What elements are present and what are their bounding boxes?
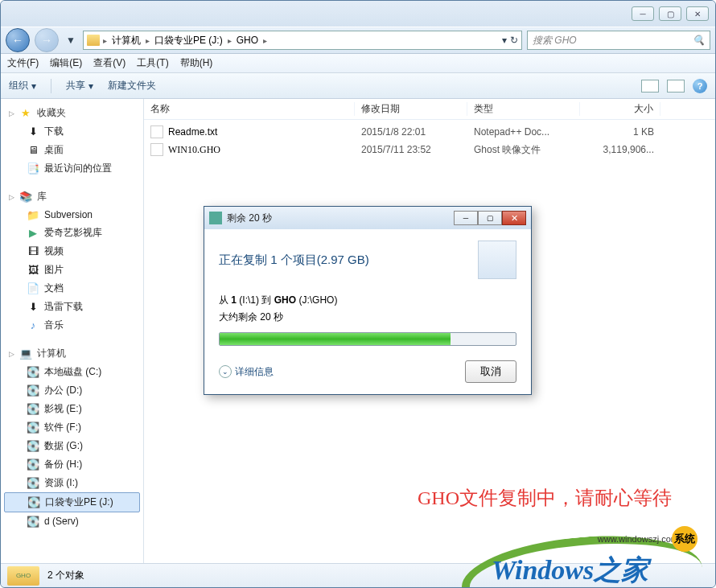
search-input[interactable]: 搜索 GHO 🔍 [527,31,710,50]
crumb-computer[interactable]: 计算机 [109,34,144,47]
crumb-folder[interactable]: GHO [233,35,261,46]
file-row[interactable]: Readme.txt 2015/1/8 22:01 Notepad++ Doc.… [144,123,715,141]
copy-icon [209,212,222,224]
forward-button[interactable]: → [35,28,59,52]
organize-button[interactable]: 组织 ▾ [9,79,36,93]
newfolder-button[interactable]: 新建文件夹 [108,79,156,93]
menu-file[interactable]: 文件(F) [7,56,39,70]
document-icon: 📄 [27,282,39,295]
star-icon: ★ [19,107,32,120]
sidebar-item-disk-e[interactable]: 💽影视 (E:) [1,400,143,418]
dialog-titlebar[interactable]: 剩余 20 秒 ─ ▢ ✕ [204,207,531,229]
sidebar-item-disk-h[interactable]: 💽备份 (H:) [1,455,143,474]
sidebar-item-recent[interactable]: 📑最近访问的位置 [1,159,143,178]
crumb-sep: ▸ [228,36,232,45]
preview-pane-button[interactable] [667,80,685,93]
column-type[interactable]: 类型 [467,102,580,116]
dialog-heading: 正在复制 1 个项目(2.97 GB) [219,241,516,279]
sidebar-item-network-d[interactable]: 💽d (Serv) [1,512,143,530]
music-icon: ♪ [27,319,39,332]
address-bar[interactable]: ▸ 计算机 ▸ 口袋专业PE (J:) ▸ GHO ▸ ▾ ↻ [83,31,522,50]
sidebar-item-pictures[interactable]: 🖼图片 [1,261,143,279]
search-icon[interactable]: 🔍 [693,35,705,46]
disk-icon: 💽 [27,496,40,509]
disk-icon: 💽 [27,384,39,397]
crumb-drive[interactable]: 口袋专业PE (J:) [151,34,226,47]
copy-source-dest: 从 1 (I:\1) 到 GHO (J:\GHO) [219,294,516,307]
column-name[interactable]: 名称 [144,102,355,116]
chevron-down-icon: ▾ [88,80,93,92]
sidebar-item-iqiyi[interactable]: ▶爱奇艺影视库 [1,224,143,242]
refresh-icon[interactable]: ↻ [510,35,518,46]
titlebar: ─ ▢ ✕ [1,1,715,27]
desktop-icon: 🖥 [27,144,39,157]
download-icon: ⬇ [27,301,39,314]
crumb-sep: ▸ [263,36,267,45]
column-size[interactable]: 大小 [580,102,660,116]
time-remaining: 大约剩余 20 秒 [219,310,516,324]
details-toggle[interactable]: ⌄ 详细信息 [219,365,274,379]
maximize-button[interactable]: ▢ [659,6,681,21]
sidebar-item-music[interactable]: ♪音乐 [1,316,143,335]
sidebar-favorites-header[interactable]: ▷★收藏夹 [1,104,143,122]
sidebar-item-disk-i[interactable]: 💽资源 (I:) [1,474,143,492]
back-button[interactable]: ← [6,28,30,52]
folder-icon [87,35,100,46]
menu-tools[interactable]: 工具(T) [137,56,168,70]
sidebar-item-desktop[interactable]: 🖥桌面 [1,141,143,159]
sidebar-item-disk-d[interactable]: 💽办公 (D:) [1,381,143,400]
sidebar-item-disk-f[interactable]: 💽软件 (F:) [1,418,143,437]
sidebar-item-downloads[interactable]: ⬇下载 [1,122,143,141]
history-dropdown[interactable]: ▼ [64,32,78,48]
file-animation-icon [478,241,516,279]
disk-icon: 💽 [27,403,39,416]
disk-icon: 💽 [27,477,39,490]
address-dropdown-icon[interactable]: ▾ [502,35,507,46]
sidebar-item-subversion[interactable]: 📁Subversion [1,206,143,224]
network-disk-icon: 💽 [27,515,39,528]
close-button[interactable]: ✕ [686,6,709,21]
dialog-maximize-button[interactable]: ▢ [478,211,502,225]
dialog-title: 剩余 20 秒 [227,212,454,225]
sidebar-item-documents[interactable]: 📄文档 [1,279,143,298]
sidebar-item-disk-g[interactable]: 💽数据 (G:) [1,437,143,455]
video-icon: 🎞 [27,245,39,258]
sidebar-computer-header[interactable]: ▷💻计算机 [1,344,143,363]
help-icon[interactable]: ? [693,79,707,93]
menu-view[interactable]: 查看(V) [93,56,126,70]
sidebar-item-disk-c[interactable]: 💽本地磁盘 (C:) [1,363,143,381]
dialog-minimize-button[interactable]: ─ [454,211,478,225]
share-button[interactable]: 共享 ▾ [66,79,93,93]
progress-bar [219,332,516,346]
menu-edit[interactable]: 编辑(E) [50,56,82,70]
text-file-icon [150,125,163,138]
download-icon: ⬇ [27,125,39,138]
progress-fill [220,333,451,345]
breadcrumb: ▸ 计算机 ▸ 口袋专业PE (J:) ▸ GHO ▸ [103,34,267,47]
toolbar: 组织 ▾ 共享 ▾ 新建文件夹 ? [1,73,715,99]
dialog-close-button[interactable]: ✕ [502,211,526,225]
menubar: 文件(F) 编辑(E) 查看(V) 工具(T) 帮助(H) [1,54,715,73]
video-icon: ▶ [27,227,39,240]
disk-icon: 💽 [27,440,39,453]
picture-icon: 🖼 [27,264,39,277]
sidebar-libraries-header[interactable]: ▷📚库 [1,187,143,206]
crumb-sep: ▸ [103,36,107,45]
view-mode-button[interactable] [641,80,659,93]
column-date[interactable]: 修改日期 [355,102,467,116]
recent-icon: 📑 [27,162,39,175]
chevron-down-icon: ▾ [31,80,36,92]
watermark: www.windowszj.com 系统 Windows之家 [461,529,702,586]
chevron-down-icon: ⌄ [219,365,232,378]
watermark-url: www.windowszj.com [598,534,678,544]
menu-help[interactable]: 帮助(H) [180,56,213,70]
disk-icon: 💽 [27,458,39,471]
library-icon: 📚 [19,191,32,204]
sidebar-item-thunder[interactable]: ⬇迅雷下载 [1,298,143,316]
minimize-button[interactable]: ─ [632,6,654,21]
object-count: 2 个对象 [47,569,84,582]
sidebar-item-disk-j[interactable]: 💽口袋专业PE (J:) [4,492,140,512]
file-row[interactable]: WIN10.GHO 2015/7/11 23:52 Ghost 映像文件 3,1… [144,141,715,158]
sidebar-item-video[interactable]: 🎞视频 [1,242,143,261]
cancel-button[interactable]: 取消 [465,360,516,383]
